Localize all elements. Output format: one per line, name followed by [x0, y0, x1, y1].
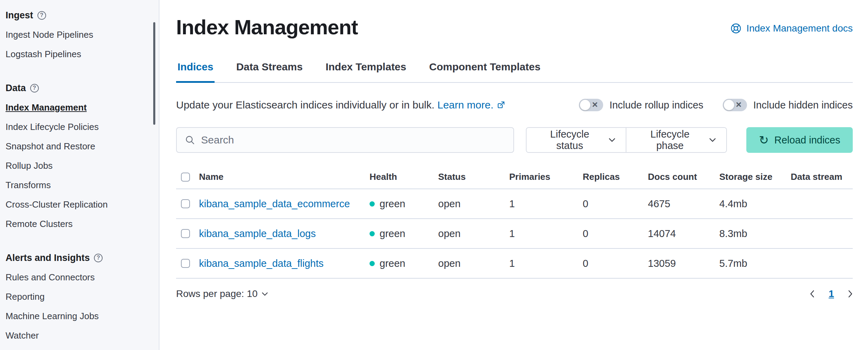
health-dot-icon — [370, 261, 375, 266]
sidebar-heading-ingest: Ingest ? — [6, 6, 149, 25]
select-all-checkbox[interactable] — [181, 173, 190, 182]
table-footer: Rows per page: 10 1 — [176, 288, 853, 299]
reload-indices-button[interactable]: ↻ Reload indices — [746, 127, 853, 153]
lifecycle-phase-filter[interactable]: Lifecycle phase — [626, 128, 726, 152]
storage-size-cell: 8.3mb — [719, 219, 791, 248]
toggle-knob — [724, 100, 734, 110]
page-header: Index Management Index Management docs — [176, 12, 853, 39]
help-ring-icon — [730, 23, 741, 34]
toggle-knob — [580, 100, 590, 110]
toggle-off-x-icon: × — [592, 100, 598, 110]
sidebar-item-rules-and-connectors[interactable]: Rules and Connectors — [6, 268, 149, 287]
index-name-link[interactable]: kibana_sample_data_logs — [199, 228, 316, 239]
sidebar-item-index-management[interactable]: Index Management — [6, 98, 149, 117]
external-link-icon — [497, 101, 505, 109]
rollup-toggle-group: × Include rollup indices — [579, 99, 703, 111]
toggle-area: × Include rollup indices × Include hidde… — [579, 99, 853, 111]
main-content: Index Management Index Management docs I… — [159, 0, 868, 350]
search-input[interactable] — [177, 128, 513, 152]
docs-link[interactable]: Index Management docs — [730, 23, 853, 34]
table-header-row: Name Health Status Primaries Replicas Do… — [176, 167, 853, 189]
lifecycle-status-filter[interactable]: Lifecycle status — [527, 128, 626, 152]
include-rollup-toggle[interactable]: × — [579, 99, 603, 111]
page-title: Index Management — [176, 16, 358, 39]
data-stream-cell — [791, 219, 853, 248]
sidebar-heading-alerts: Alerts and Insights ? — [6, 248, 149, 268]
sidebar-item-transforms[interactable]: Transforms — [6, 175, 149, 195]
column-header-health: Health — [370, 167, 438, 189]
index-name-link[interactable]: kibana_sample_data_ecommerce — [199, 198, 350, 209]
sidebar-item-logstash-pipelines[interactable]: Logstash Pipelines — [6, 44, 149, 64]
chevron-left-icon — [810, 290, 815, 298]
docs-link-label: Index Management docs — [746, 23, 853, 34]
sidebar-item-rollup-jobs[interactable]: Rollup Jobs — [6, 156, 149, 175]
sidebar-heading-label: Data — [6, 83, 26, 94]
column-header-data-stream: Data stream — [791, 167, 853, 189]
tab-data-streams[interactable]: Data Streams — [235, 61, 304, 83]
toggle-off-x-icon: × — [736, 100, 741, 110]
tab-component-templates[interactable]: Component Templates — [428, 61, 542, 83]
tab-bar: Indices Data Streams Index Templates Com… — [176, 61, 853, 83]
health-dot-icon — [370, 231, 375, 236]
sidebar-scrollbar[interactable] — [153, 22, 155, 125]
question-circle-icon: ? — [37, 11, 46, 20]
next-page-button[interactable] — [848, 290, 853, 298]
sidebar-item-remote-clusters[interactable]: Remote Clusters — [6, 214, 149, 234]
page-number[interactable]: 1 — [828, 288, 834, 299]
storage-size-cell: 5.7mb — [719, 248, 791, 278]
previous-page-button[interactable] — [810, 290, 815, 298]
data-stream-cell — [791, 189, 853, 219]
filter-group: Lifecycle status Lifecycle phase — [526, 127, 727, 153]
column-header-name: Name — [199, 167, 370, 189]
sidebar-item-snapshot-and-restore[interactable]: Snapshot and Restore — [6, 137, 149, 156]
sidebar: Ingest ? Ingest Node Pipelines Logstash … — [0, 0, 159, 350]
chevron-right-icon — [848, 290, 853, 298]
indices-table: Name Health Status Primaries Replicas Do… — [176, 167, 853, 279]
health-cell: green — [370, 198, 435, 210]
sidebar-item-ingest-node-pipelines[interactable]: Ingest Node Pipelines — [6, 25, 149, 44]
health-dot-icon — [370, 201, 375, 207]
sidebar-item-machine-learning-jobs[interactable]: Machine Learning Jobs — [6, 306, 149, 326]
sidebar-section-data: Data ? Index Management Index Lifecycle … — [6, 78, 149, 234]
primaries-cell: 1 — [509, 189, 583, 219]
tab-indices[interactable]: Indices — [176, 61, 215, 83]
sidebar-item-index-lifecycle-policies[interactable]: Index Lifecycle Policies — [6, 117, 149, 137]
status-cell: open — [438, 189, 509, 219]
search-box — [176, 127, 514, 153]
app: Ingest ? Ingest Node Pipelines Logstash … — [0, 0, 868, 350]
sidebar-item-cross-cluster-replication[interactable]: Cross-Cluster Replication — [6, 195, 149, 214]
sidebar-section-ingest: Ingest ? Ingest Node Pipelines Logstash … — [6, 6, 149, 64]
row-checkbox[interactable] — [181, 259, 190, 268]
hidden-toggle-label: Include hidden indices — [753, 99, 853, 111]
docs-count-cell: 13059 — [648, 248, 719, 278]
rows-per-page-button[interactable]: Rows per page: 10 — [176, 288, 268, 299]
health-cell: green — [370, 228, 435, 239]
row-checkbox[interactable] — [181, 199, 190, 208]
tab-index-templates[interactable]: Index Templates — [324, 61, 408, 83]
chevron-down-icon — [709, 138, 716, 142]
include-hidden-toggle[interactable]: × — [723, 99, 747, 111]
chevron-down-icon — [262, 292, 268, 296]
replicas-cell: 0 — [583, 189, 648, 219]
replicas-cell: 0 — [583, 219, 648, 248]
storage-size-cell: 4.4mb — [719, 189, 791, 219]
row-checkbox[interactable] — [181, 229, 190, 238]
docs-count-cell: 14074 — [648, 219, 719, 248]
chevron-down-icon — [609, 138, 615, 142]
column-header-primaries: Primaries — [509, 167, 583, 189]
controls-row: Lifecycle status Lifecycle phase ↻ Reloa… — [176, 127, 853, 153]
rollup-toggle-label: Include rollup indices — [609, 99, 703, 111]
sidebar-item-reporting[interactable]: Reporting — [6, 287, 149, 306]
column-header-docs-count: Docs count — [648, 167, 719, 189]
hidden-toggle-group: × Include hidden indices — [723, 99, 853, 111]
question-circle-icon: ? — [94, 254, 103, 262]
index-name-link[interactable]: kibana_sample_data_flights — [199, 258, 324, 269]
status-cell: open — [438, 248, 509, 278]
table-row: kibana_sample_data_flights green open 1 … — [176, 248, 853, 278]
sidebar-item-watcher[interactable]: Watcher — [6, 326, 149, 345]
docs-count-cell: 4675 — [648, 189, 719, 219]
learn-more-link[interactable]: Learn more. — [437, 99, 505, 111]
replicas-cell: 0 — [583, 248, 648, 278]
primaries-cell: 1 — [509, 248, 583, 278]
sidebar-heading-label: Ingest — [6, 10, 33, 21]
